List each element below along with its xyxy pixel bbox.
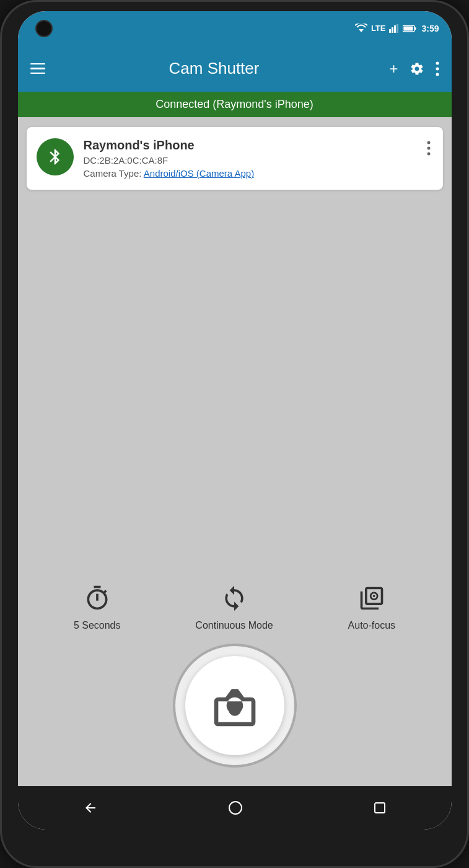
svg-marker-0 bbox=[359, 29, 364, 32]
continuous-label: Continuous Mode bbox=[195, 620, 273, 631]
svg-point-10 bbox=[436, 73, 439, 76]
camera-type-label: Camera Type: bbox=[84, 168, 142, 179]
svg-rect-19 bbox=[375, 803, 385, 813]
wifi-icon bbox=[355, 24, 367, 33]
continuous-mode-icon bbox=[219, 583, 250, 614]
toolbar: Cam Shutter + bbox=[18, 45, 452, 92]
signal-icon bbox=[389, 24, 399, 33]
device-info: Raymond's iPhone DC:2B:2A:0C:CA:8F Camer… bbox=[84, 138, 422, 179]
svg-rect-7 bbox=[404, 26, 413, 30]
continuous-mode-control[interactable]: Continuous Mode bbox=[195, 583, 273, 631]
nav-bar bbox=[18, 786, 452, 830]
device-mac: DC:2B:2A:0C:CA:8F bbox=[84, 155, 422, 166]
camera-shutter-icon bbox=[207, 681, 263, 730]
add-button[interactable]: + bbox=[389, 60, 398, 78]
svg-rect-2 bbox=[392, 27, 393, 33]
status-icons: LTE 3:59 bbox=[355, 24, 439, 33]
svg-rect-1 bbox=[389, 29, 391, 33]
svg-point-13 bbox=[427, 153, 430, 156]
home-nav-button[interactable] bbox=[229, 801, 242, 815]
screen: LTE 3:59 bbox=[18, 11, 452, 830]
app-title: Cam Shutter bbox=[39, 59, 390, 78]
status-bar: LTE 3:59 bbox=[18, 11, 452, 45]
autofocus-control[interactable]: Auto-focus bbox=[348, 583, 395, 631]
svg-point-18 bbox=[229, 802, 242, 814]
svg-point-11 bbox=[427, 141, 430, 144]
device-name: Raymond's iPhone bbox=[84, 138, 422, 153]
connection-status-text: Connected (Raymond's iPhone) bbox=[156, 98, 313, 110]
timer-icon bbox=[82, 583, 113, 614]
bluetooth-icon bbox=[46, 146, 64, 168]
toolbar-icons: + bbox=[389, 60, 439, 78]
svg-point-8 bbox=[436, 61, 439, 64]
connection-banner: Connected (Raymond's iPhone) bbox=[18, 92, 452, 117]
shutter-outer-ring bbox=[173, 644, 297, 768]
phone-frame: LTE 3:59 bbox=[0, 0, 469, 868]
shutter-container bbox=[18, 644, 452, 768]
battery-icon bbox=[403, 25, 416, 32]
camera-hole bbox=[35, 20, 53, 37]
svg-point-9 bbox=[436, 67, 439, 70]
device-more-options[interactable] bbox=[424, 138, 433, 158]
svg-rect-6 bbox=[415, 27, 416, 30]
svg-point-15 bbox=[373, 595, 375, 598]
main-area: 5 Seconds Continuous Mode bbox=[18, 200, 452, 786]
device-type: Camera Type: Android/iOS (Camera App) bbox=[84, 168, 422, 179]
recents-nav-button[interactable] bbox=[374, 802, 386, 814]
autofocus-icon bbox=[356, 583, 387, 614]
bluetooth-icon-circle bbox=[37, 138, 74, 175]
timer-label: 5 Seconds bbox=[74, 620, 121, 631]
device-card: Raymond's iPhone DC:2B:2A:0C:CA:8F Camer… bbox=[27, 127, 443, 190]
more-options-icon[interactable] bbox=[436, 61, 439, 76]
bottom-controls: 5 Seconds Continuous Mode bbox=[18, 583, 452, 631]
svg-rect-4 bbox=[397, 24, 398, 33]
timer-control[interactable]: 5 Seconds bbox=[74, 583, 121, 631]
lte-label: LTE bbox=[371, 24, 386, 33]
settings-icon[interactable] bbox=[410, 61, 424, 76]
svg-rect-3 bbox=[394, 25, 396, 33]
time-display: 3:59 bbox=[421, 24, 439, 33]
back-nav-button[interactable] bbox=[83, 800, 98, 815]
camera-type-link[interactable]: Android/iOS (Camera App) bbox=[144, 168, 254, 179]
shutter-button[interactable] bbox=[185, 656, 284, 755]
svg-point-12 bbox=[427, 147, 430, 150]
autofocus-label: Auto-focus bbox=[348, 620, 395, 631]
